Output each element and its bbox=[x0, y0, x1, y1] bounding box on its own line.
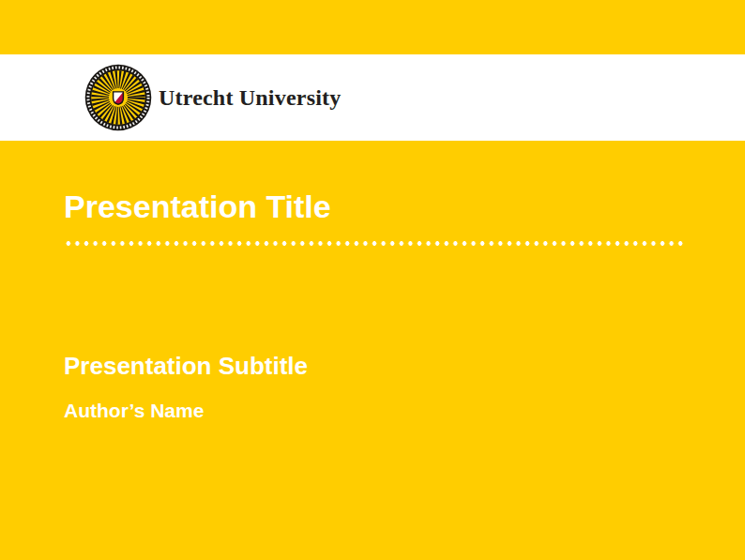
presentation-subtitle: Presentation Subtitle bbox=[64, 353, 308, 381]
utrecht-university-sun-logo-icon bbox=[84, 64, 152, 131]
title-slide: Utrecht University Presentation Title Pr… bbox=[0, 0, 745, 560]
university-wordmark: Utrecht University bbox=[159, 85, 341, 111]
author-name: Author’s Name bbox=[64, 400, 204, 422]
presentation-title: Presentation Title bbox=[64, 189, 331, 224]
top-yellow-band bbox=[0, 0, 745, 54]
header-band: Utrecht University bbox=[0, 54, 745, 141]
dotted-divider bbox=[64, 240, 685, 247]
